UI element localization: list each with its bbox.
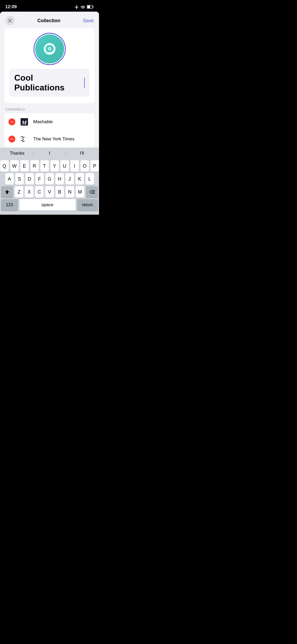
key-row-2: A S D F G H J K L (1, 173, 98, 185)
minus-icon-2: − (11, 137, 13, 141)
name-input-container[interactable]: Cool Publications (10, 69, 89, 97)
key-A[interactable]: A (5, 173, 14, 185)
avatar-container[interactable] (35, 34, 64, 63)
key-G[interactable]: G (45, 173, 54, 185)
key-Q[interactable]: Q (0, 160, 9, 172)
channels-label: CHANNELS (4, 107, 95, 111)
predictive-bar: Thanks I I'll (0, 148, 99, 159)
key-R[interactable]: R (30, 160, 39, 172)
status-icons (74, 5, 94, 9)
mashable-logo-svg: M (20, 117, 29, 127)
key-D[interactable]: D (25, 173, 34, 185)
key-L[interactable]: L (86, 173, 94, 185)
channel-item-mashable[interactable]: − M Mashable (4, 113, 95, 131)
close-icon (8, 19, 12, 22)
key-Y[interactable]: Y (50, 160, 59, 172)
key-O[interactable]: O (81, 160, 89, 172)
status-time: 12:09 (5, 4, 17, 10)
key-P[interactable]: P (91, 160, 99, 172)
key-X[interactable]: X (25, 186, 33, 198)
key-I[interactable]: I (70, 160, 79, 172)
key-row-3: Z X C V B N M (1, 186, 98, 198)
svg-text:M: M (21, 119, 27, 126)
channels-section: CHANNELS − M Mashable − (0, 107, 99, 148)
key-F[interactable]: F (35, 173, 44, 185)
svg-rect-2 (93, 6, 94, 8)
mashable-name: Mashable (33, 119, 53, 125)
collection-name-text: Cool Publications (14, 73, 84, 93)
return-key[interactable]: return (77, 199, 98, 211)
nyt-logo: 𝔗 (19, 134, 30, 144)
main-screen: Collection Save Cool Publications CHANNE… (0, 12, 99, 215)
channel-item-nyt[interactable]: − 𝔗 The New York Times (4, 131, 95, 148)
mashable-logo: M (19, 117, 30, 127)
predictive-word-2[interactable]: I (34, 149, 66, 158)
shift-icon (4, 190, 10, 194)
minus-icon: − (11, 119, 13, 124)
key-W[interactable]: W (10, 160, 19, 172)
key-U[interactable]: U (60, 160, 69, 172)
emoji-mic-bar (0, 212, 99, 215)
key-H[interactable]: H (55, 173, 64, 185)
save-button[interactable]: Save (83, 18, 94, 24)
status-bar: 12:09 (0, 0, 99, 12)
key-Z[interactable]: Z (15, 186, 23, 198)
backspace-key[interactable] (86, 186, 98, 198)
keyboard-rows: Q W E R T Y U I O P A S D F G H J K (0, 159, 99, 198)
nav-title: Collection (37, 18, 60, 24)
channels-list: − M Mashable − (4, 113, 95, 148)
key-T[interactable]: T (40, 160, 49, 172)
svg-text:𝔗: 𝔗 (20, 135, 25, 143)
text-cursor (84, 78, 85, 88)
key-N[interactable]: N (65, 186, 74, 198)
key-K[interactable]: K (76, 173, 84, 185)
svg-rect-1 (87, 6, 90, 8)
backspace-icon (89, 190, 95, 194)
keyboard: Thanks I I'll Q W E R T Y U I O P A (0, 148, 99, 215)
remove-mashable-button[interactable]: − (8, 118, 15, 125)
key-row-1: Q W E R T Y U I O P (1, 160, 98, 172)
nyt-name: The New York Times (33, 136, 74, 142)
shift-key[interactable] (1, 186, 13, 198)
bottom-key-row: 123 space return (0, 198, 99, 212)
key-C[interactable]: C (35, 186, 44, 198)
wifi-icon (81, 5, 85, 9)
key-B[interactable]: B (55, 186, 64, 198)
predictive-word-3[interactable]: I'll (66, 149, 98, 158)
key-S[interactable]: S (15, 173, 24, 185)
airplane-icon (74, 5, 79, 9)
battery-icon (87, 5, 94, 9)
key-J[interactable]: J (65, 173, 74, 185)
key-E[interactable]: E (20, 160, 29, 172)
space-key[interactable]: space (20, 199, 76, 211)
predictive-word-1[interactable]: Thanks (1, 149, 33, 158)
close-button[interactable] (5, 16, 15, 25)
nav-bar: Collection Save (0, 12, 99, 28)
collection-card: Cool Publications (4, 28, 95, 103)
avatar-ring (34, 33, 66, 65)
remove-nyt-button[interactable]: − (8, 136, 15, 142)
nyt-logo-svg: 𝔗 (20, 134, 29, 144)
key-V[interactable]: V (45, 186, 54, 198)
numbers-key[interactable]: 123 (1, 199, 18, 211)
key-M[interactable]: M (76, 186, 84, 198)
